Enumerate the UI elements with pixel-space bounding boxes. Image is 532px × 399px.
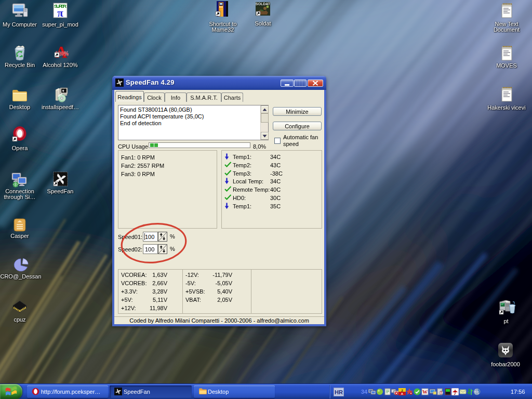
svg-text:A: A — [401, 392, 404, 395]
svg-text:W: W — [422, 389, 428, 395]
svg-text:34: 34 — [361, 389, 368, 395]
svg-text:Z: Z — [401, 389, 403, 392]
svg-text:SOLDAT: SOLDAT — [256, 2, 271, 6]
svg-text:π: π — [57, 7, 63, 19]
